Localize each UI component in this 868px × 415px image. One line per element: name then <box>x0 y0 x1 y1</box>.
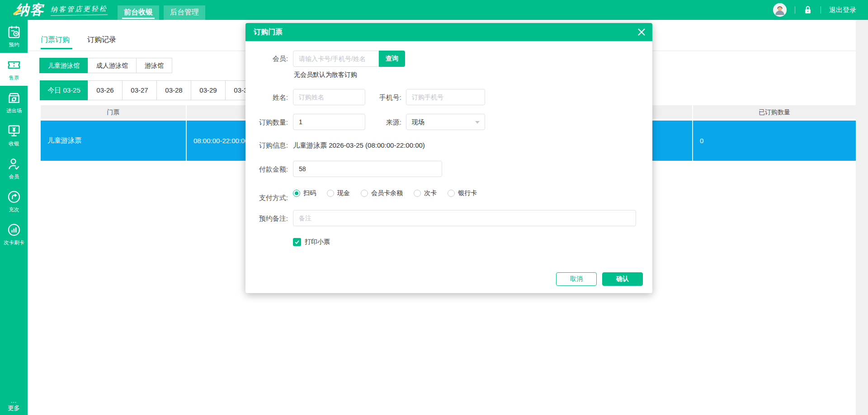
sidebar-item-more[interactable]: … 更多 <box>0 398 28 412</box>
member-label: 会员: <box>245 55 288 63</box>
sidebar-item-card-swipe[interactable]: 次卡刷卡 <box>0 218 28 251</box>
venue-btn-pool[interactable]: 游泳馆 <box>136 58 172 73</box>
ticket-icon <box>6 57 22 73</box>
print-receipt-checkbox[interactable]: 打印小票 <box>293 238 330 246</box>
member-hint-text: 无会员默认为散客订购 <box>294 71 357 79</box>
radio-member-balance[interactable]: 会员卡余额 <box>361 189 403 197</box>
source-label: 来源: <box>363 118 401 127</box>
topbar: 纳客 纳客管店更轻松 前台收银 后台管理 <box>0 0 868 20</box>
radio-label: 次卡 <box>424 189 437 197</box>
order-phone-input[interactable] <box>406 89 485 105</box>
date-btn-today[interactable]: 今日 03-25 <box>40 80 88 100</box>
sidebar-item-ticketing[interactable]: 售票 <box>0 53 28 86</box>
quantity-input[interactable] <box>293 114 365 130</box>
tab-back-management[interactable]: 后台管理 <box>164 5 205 20</box>
more-dots-icon: … <box>0 398 28 403</box>
recharge-arrow-icon <box>6 189 22 205</box>
radio-bank-card[interactable]: 银行卡 <box>448 189 477 197</box>
payment-amount-input[interactable] <box>293 161 442 177</box>
close-icon[interactable] <box>637 28 646 37</box>
cell-ordered-count: 0 <box>693 121 856 161</box>
brand-logo: 纳客 <box>15 0 44 20</box>
sidebar-item-label: 收银 <box>9 140 19 147</box>
date-btn[interactable]: 03-29 <box>191 80 226 100</box>
sidebar-item-label: 会员 <box>9 173 19 180</box>
radio-icon <box>448 190 455 197</box>
sidebar-item-label: 充次 <box>9 206 19 213</box>
scroll-track <box>856 20 868 415</box>
print-receipt-label: 打印小票 <box>305 238 330 246</box>
checkbox-checked-icon <box>293 238 301 246</box>
card-swipe-chart-icon <box>6 222 22 238</box>
lock-icon[interactable] <box>803 5 812 15</box>
radio-icon <box>361 190 368 197</box>
brand-slogan: 纳客管店更轻松 <box>51 4 108 15</box>
logout-button[interactable]: 退出登录 <box>829 6 856 14</box>
phone-label: 手机号: <box>363 93 401 102</box>
venue-filter-row: 儿童游泳馆 成人游泳馆 游泳馆 <box>39 58 172 73</box>
topbar-right: 退出登录 <box>773 3 856 17</box>
order-info-value: 儿童游泳票 2026-03-25 (08:00:00-22:00:00) <box>293 141 425 150</box>
cashier-monitor-icon <box>6 123 22 139</box>
radio-label: 扫码 <box>303 189 316 197</box>
date-btn[interactable]: 03-28 <box>156 80 191 100</box>
cancel-button[interactable]: 取消 <box>556 272 597 286</box>
order-name-input[interactable] <box>293 89 365 105</box>
radio-icon <box>414 190 421 197</box>
payment-method-label: 支付方式: <box>245 194 288 202</box>
remark-input[interactable] <box>293 210 636 226</box>
radio-label: 银行卡 <box>458 189 477 197</box>
radio-label: 现金 <box>337 189 350 197</box>
source-selected-value: 现场 <box>412 118 425 126</box>
venue-btn-adult-pool[interactable]: 成人游泳馆 <box>88 58 137 73</box>
sidebar-item-label: 进出场 <box>6 107 21 114</box>
date-filter-row: 今日 03-25 03-26 03-27 03-28 03-29 03-30 <box>40 80 260 100</box>
topbar-tabs: 前台收银 后台管理 <box>118 5 205 20</box>
tab-order-records[interactable]: 订购记录 <box>87 35 116 45</box>
sidebar-item-entry-exit[interactable]: 进出场 <box>0 86 28 119</box>
amount-label: 付款金额: <box>245 165 288 174</box>
sidebar-item-member[interactable]: 会员 <box>0 152 28 185</box>
confirm-button[interactable]: 确认 <box>602 272 643 286</box>
venue-btn-children-pool[interactable]: 儿童游泳馆 <box>39 58 88 73</box>
order-info-label: 订购信息: <box>245 141 288 150</box>
date-btn[interactable]: 03-27 <box>122 80 157 100</box>
member-search-input[interactable] <box>293 51 379 67</box>
radio-cash[interactable]: 现金 <box>327 189 350 197</box>
chevron-down-icon <box>475 121 480 124</box>
col-header-ticket: 门票 <box>41 105 187 119</box>
tab-front-cashier[interactable]: 前台收银 <box>118 5 159 20</box>
quantity-label: 订购数量: <box>245 118 288 127</box>
topbar-separator <box>821 6 821 14</box>
topbar-separator <box>795 6 795 14</box>
tab-ticket-order[interactable]: 门票订购 <box>41 35 70 45</box>
app-root: 纳客 纳客管店更轻松 前台收银 后台管理 <box>0 0 868 415</box>
col-header-ordered: 已订购数量 <box>693 105 856 119</box>
sidebar-item-cashier[interactable]: 收银 <box>0 119 28 152</box>
sidebar-item-label: 更多 <box>1 404 27 412</box>
member-query-button[interactable]: 查询 <box>379 51 405 67</box>
radio-label: 会员卡余额 <box>371 189 403 197</box>
source-select[interactable]: 现场 <box>406 114 485 130</box>
radio-selected-icon <box>293 190 300 197</box>
avatar-icon <box>773 3 787 17</box>
user-avatar[interactable] <box>773 3 787 17</box>
radio-icon <box>327 190 334 197</box>
modal-title: 订购门票 <box>254 23 283 41</box>
radio-scan-pay[interactable]: 扫码 <box>293 189 316 197</box>
order-ticket-modal: 订购门票 会员: 查询 无会员默认为散客订购 姓名: 手机号: 订购数量: 来源… <box>245 23 652 293</box>
sidebar-item-recharge[interactable]: 充次 <box>0 185 28 218</box>
date-btn[interactable]: 03-26 <box>88 80 123 100</box>
modal-header: 订购门票 <box>245 23 652 41</box>
active-tab-underline <box>41 48 72 49</box>
name-label: 姓名: <box>245 93 288 102</box>
payment-method-group: 扫码 现金 会员卡余额 次卡 银行卡 <box>293 189 477 197</box>
member-person-icon <box>6 156 22 172</box>
entry-exit-icon <box>6 90 22 106</box>
remark-label: 预约备注: <box>245 214 288 223</box>
radio-times-card[interactable]: 次卡 <box>414 189 437 197</box>
cell-ticket-name: 儿童游泳票 <box>41 121 187 161</box>
sidebar-item-reservation[interactable]: 预约 <box>0 20 28 53</box>
sidebar-item-label: 售票 <box>9 74 19 81</box>
calendar-clock-icon <box>6 24 22 40</box>
